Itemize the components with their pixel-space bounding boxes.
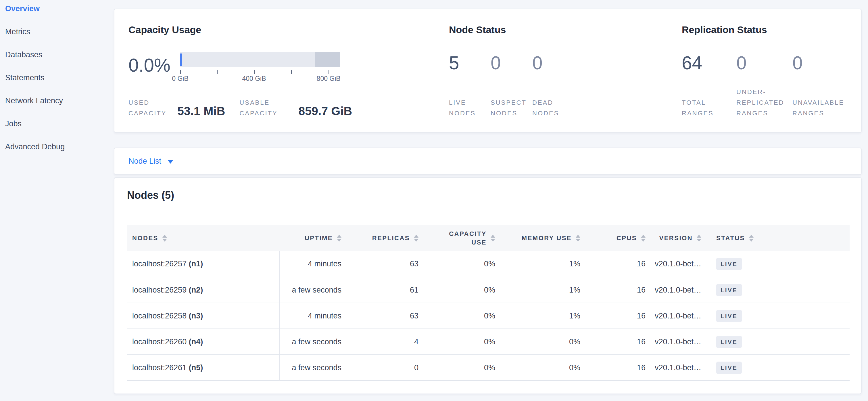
column-header-uptime[interactable]: UPTIME (280, 225, 348, 251)
table-row[interactable]: localhost:26258 (n3) 4 minutes 63 0% 1% … (127, 303, 849, 329)
sidebar-item-jobs[interactable]: Jobs (5, 118, 108, 142)
axis-tick (329, 70, 329, 74)
chevron-down-icon (167, 160, 173, 164)
sidebar-item-network-latency[interactable]: Network Latency (5, 95, 108, 118)
sort-icon[interactable] (337, 235, 341, 241)
table-row[interactable]: localhost:26260 (n4) a few seconds 4 0% … (127, 329, 849, 355)
node-address-cell[interactable]: localhost:26258 (n3) (127, 303, 280, 329)
column-label: NODES (132, 234, 158, 242)
capacity-use-cell: 0% (425, 355, 501, 380)
used-capacity-value: 53.1 MiB (177, 105, 225, 118)
version-cell: v20.1.0-bet… (652, 329, 708, 355)
uptime-cell: 4 minutes (280, 303, 348, 329)
table-row[interactable]: localhost:26261 (n5) a few seconds 0 0% … (127, 355, 849, 380)
sort-icon[interactable] (641, 235, 646, 241)
column-label: REPLICAS (372, 234, 410, 242)
capacity-use-cell: 0% (425, 329, 501, 355)
capacity-bar-track (180, 52, 340, 67)
status-cell: LIVE (708, 303, 849, 329)
replicas-cell: 61 (348, 277, 425, 303)
column-label: VERSION (659, 234, 693, 242)
table-row[interactable]: localhost:26259 (n2) a few seconds 61 0%… (127, 277, 849, 303)
live-nodes-value: 5 (449, 52, 491, 74)
capacity-use-cell: 0% (425, 277, 501, 303)
unavailable-ranges-label: UNAVAILABLE RANGES (793, 97, 850, 118)
node-address-cell[interactable]: localhost:26257 (n1) (127, 251, 280, 277)
column-header-memory-use[interactable]: MEMORY USE (501, 225, 587, 251)
status-badge: LIVE (716, 284, 742, 296)
version-cell: v20.1.0-bet… (652, 303, 708, 329)
sort-icon[interactable] (414, 235, 418, 241)
node-address-cell[interactable]: localhost:26260 (n4) (127, 329, 280, 355)
total-ranges-value: 64 (682, 52, 736, 74)
node-address-cell[interactable]: localhost:26259 (n2) (127, 277, 280, 303)
status-cell: LIVE (708, 277, 849, 303)
cpus-cell: 16 (587, 251, 652, 277)
used-capacity-label: USED CAPACITY (128, 97, 177, 118)
status-badge: LIVE (716, 310, 742, 322)
replicas-cell: 0 (348, 355, 425, 380)
cpus-cell: 16 (587, 303, 652, 329)
table-header-row: NODES UPTIME REPLICAS CAPACITY USE MEMOR… (127, 225, 849, 251)
sort-icon[interactable] (491, 235, 495, 241)
column-header-status[interactable]: STATUS (708, 225, 849, 251)
memory-use-cell: 1% (501, 251, 587, 277)
sidebar-item-metrics[interactable]: Metrics (5, 26, 108, 50)
axis-tick (180, 70, 181, 74)
memory-use-cell: 1% (501, 277, 587, 303)
dead-nodes-label: DEAD NODES (532, 97, 574, 118)
replication-status-section: Replication Status 64 0 0 TOTAL RANGES U… (682, 9, 860, 134)
column-label: UPTIME (305, 234, 333, 242)
capacity-usage-title: Capacity Usage (128, 24, 201, 35)
memory-use-cell: 1% (501, 303, 587, 329)
capacity-use-cell: 0% (425, 303, 501, 329)
capacity-axis (180, 67, 340, 75)
version-cell: v20.1.0-bet… (652, 277, 708, 303)
sidebar-item-statements[interactable]: Statements (5, 73, 108, 95)
cpus-cell: 16 (587, 355, 652, 380)
view-selector-card: Node List (114, 148, 862, 175)
dead-nodes-value: 0 (532, 52, 574, 74)
column-label: CPUS (617, 234, 637, 242)
axis-tick (217, 70, 218, 74)
version-cell: v20.1.0-bet… (652, 355, 708, 380)
table-row[interactable]: localhost:26257 (n1) 4 minutes 63 0% 1% … (127, 251, 849, 277)
status-cell: LIVE (708, 355, 849, 380)
column-header-version[interactable]: VERSION (652, 225, 708, 251)
sort-icon[interactable] (697, 235, 701, 241)
column-header-capacity-use[interactable]: CAPACITY USE (425, 225, 501, 251)
node-list-dropdown[interactable]: Node List (128, 157, 173, 166)
column-header-cpus[interactable]: CPUS (587, 225, 652, 251)
nodes-section-title: Nodes (5) (127, 189, 174, 201)
cpus-cell: 16 (587, 277, 652, 303)
sidebar-item-databases[interactable]: Databases (5, 50, 108, 73)
sort-icon[interactable] (576, 235, 580, 241)
cpus-cell: 16 (587, 329, 652, 355)
sidebar-item-overview[interactable]: Overview (5, 3, 108, 26)
live-nodes-label: LIVE NODES (449, 97, 491, 118)
sort-icon[interactable] (749, 235, 754, 241)
capacity-percent-value: 0.0% (128, 55, 170, 76)
version-cell: v20.1.0-bet… (652, 251, 708, 277)
cluster-overview-page: Overview Metrics Databases Statements Ne… (0, 0, 868, 401)
status-badge: LIVE (716, 336, 742, 348)
capacity-usage-section: Capacity Usage 0.0% (128, 9, 445, 134)
total-ranges-label: TOTAL RANGES (682, 97, 736, 118)
replicas-cell: 63 (348, 303, 425, 329)
sidebar-item-advanced-debug[interactable]: Advanced Debug (5, 142, 108, 165)
column-header-replicas[interactable]: REPLICAS (348, 225, 425, 251)
cluster-summary-card: Capacity Usage 0.0% (114, 9, 862, 133)
uptime-cell: a few seconds (280, 329, 348, 355)
sort-icon[interactable] (162, 235, 167, 241)
column-header-nodes[interactable]: NODES (127, 225, 280, 251)
status-badge: LIVE (716, 362, 742, 374)
suspect-nodes-value: 0 (491, 52, 532, 74)
memory-use-cell: 0% (501, 355, 587, 380)
node-status-section: Node Status 5 0 0 LIVE NODES SUSPECT NOD… (449, 9, 673, 134)
axis-tick (291, 70, 292, 74)
node-address-cell[interactable]: localhost:26261 (n5) (127, 355, 280, 380)
uptime-cell: 4 minutes (280, 251, 348, 277)
memory-use-cell: 0% (501, 329, 587, 355)
usable-capacity-value: 859.7 GiB (298, 105, 352, 118)
unavailable-ranges-value: 0 (793, 52, 850, 74)
